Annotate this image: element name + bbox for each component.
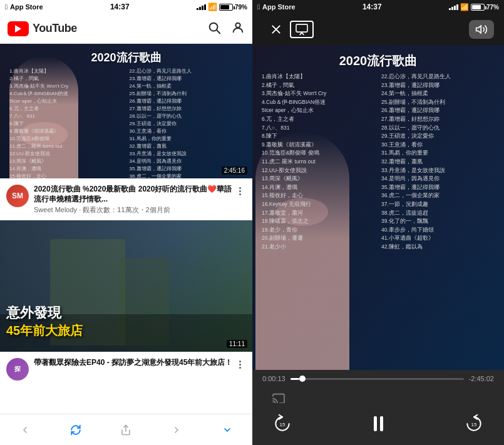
second-video-thumbnail[interactable]: 意外發現 45年前大旅店 11:11 <box>0 220 252 352</box>
share-button[interactable] <box>113 417 138 442</box>
second-video-avatar: 探 <box>6 358 29 381</box>
play-pause-button[interactable] <box>362 407 394 440</box>
battery-fill-right <box>472 5 481 9</box>
status-time-left: 14:37 <box>110 3 130 11</box>
airplay-button[interactable] <box>290 21 314 38</box>
player-controls: 0:00:13 -2:45:02 15 <box>252 370 504 445</box>
player-playlist: 1.曲肖冰【太陽】2.橘子，問氣3.周杰倫-姑不失 Won't Cry4.Cub… <box>262 73 495 251</box>
battery-fill-left <box>220 5 229 9</box>
channel-name: Sweet Melody <box>34 206 77 213</box>
svg-line-1 <box>217 30 220 33</box>
pause-icon <box>374 416 383 431</box>
current-time: 0:00:13 <box>262 375 285 382</box>
main-video-info: SM 2020流行歌曲 %2020最新歌曲 2020好听的流行歌曲❤️華語流行串… <box>0 178 252 220</box>
playlist-col-left: 1.曲肖冰【太陽】2.橘子，問氣3.周杰倫-姑不失 Won't Cry4.Cub… <box>9 68 123 178</box>
dot4 <box>239 361 241 362</box>
status-right-right: 📶 77% <box>449 3 499 11</box>
progress-row: 0:00:13 -2:45:02 <box>262 375 494 382</box>
header-icons <box>207 21 245 37</box>
search-button[interactable] <box>207 21 221 37</box>
pause-bar-2 <box>380 416 383 431</box>
progress-knob[interactable] <box>299 376 306 382</box>
youtube-icon <box>8 21 29 36</box>
dot2 <box>239 190 241 192</box>
second-video-meta: 帶著觀眾探險去EP40 - 探訪夢之湖意外發現45年前大旅店！ <box>34 358 234 369</box>
svg-text:15: 15 <box>471 422 477 427</box>
status-time-right: 14:37 <box>363 3 382 11</box>
playlist-overlay: 1.曲肖冰【太陽】2.橘子，問氣3.周杰倫-姑不失 Won't Cry4.Cub… <box>9 68 243 178</box>
battery-icon-left <box>219 4 233 11</box>
forward-button[interactable] <box>164 417 189 442</box>
dot5 <box>239 364 241 366</box>
close-icon <box>270 24 282 35</box>
main-video-avatar: SM <box>6 185 29 207</box>
down-button[interactable] <box>215 417 240 442</box>
svg-point-2 <box>235 23 240 27</box>
volume-button[interactable] <box>469 20 494 39</box>
playlist-left-text: 1.曲肖冰【太陽】2.橘子，問氣3.周杰倫-姑不失 Won't Cry4.Cub… <box>9 68 68 178</box>
status-bar-right:  App Store 14:37 📶 77% <box>252 0 504 14</box>
total-time: -2:45:02 <box>469 375 494 382</box>
left-panel:  App Store 14:37 📶 79% YouTube <box>0 0 252 445</box>
progress-fill <box>291 378 299 380</box>
second-video-title-bottom: 意外發現 45年前大旅店 <box>6 304 83 339</box>
main-video-title-overlay: 2020流行歌曲 <box>0 50 252 65</box>
svg-rect-4 <box>296 24 307 32</box>
skip-back-button[interactable]: 15 <box>269 410 296 437</box>
view-count-text: 觀看次數：11萬次・2個月前 <box>83 206 170 213</box>
second-video-more-button[interactable] <box>234 358 246 371</box>
signal-icon-right <box>449 4 458 10</box>
cast-row <box>262 387 494 407</box>
apple-icon:  <box>5 3 8 11</box>
dot1 <box>239 187 241 189</box>
main-video-more-button[interactable] <box>234 185 246 197</box>
player-video-title-text: 2020流行歌曲 <box>252 53 504 69</box>
svg-marker-5 <box>476 26 481 33</box>
progress-bar[interactable] <box>291 378 464 380</box>
apple-icon-right:  <box>257 3 260 11</box>
cast-button[interactable] <box>269 387 289 407</box>
second-video-title: 帶著觀眾探險去EP40 - 探訪夢之湖意外發現45年前大旅店！ <box>34 358 234 368</box>
player-header <box>252 14 504 45</box>
player-playlist-right: 22.忍心涉，再见只是路生人23.蕭增霸，遷記得我哪24.第一軌，抽框柔25.副… <box>381 73 495 251</box>
appstore-label-left: App Store <box>10 3 43 11</box>
battery-percent-right: 77% <box>486 4 499 11</box>
battery-icon-right <box>471 4 485 11</box>
main-video-meta: 2020流行歌曲 %2020最新歌曲 2020好听的流行歌曲❤️華語流行串燒精選… <box>34 185 234 215</box>
second-video-line1: 意外發現 <box>6 304 83 322</box>
youtube-header: YouTube <box>0 14 252 44</box>
youtube-wordmark: YouTube <box>33 22 77 35</box>
dot3 <box>239 193 241 195</box>
main-video-title: 2020流行歌曲 %2020最新歌曲 2020好听的流行歌曲❤️華語流行串燒精選… <box>34 185 234 204</box>
player-playlist-left-text: 1.曲肖冰【太陽】2.橘子，問氣3.周杰倫-姑不失 Won't Cry4.Cub… <box>262 73 326 250</box>
wifi-icon-left: 📶 <box>208 3 217 11</box>
status-left-appstore:  App Store <box>5 3 43 11</box>
close-player-button[interactable] <box>262 16 290 43</box>
main-video-thumbnail[interactable]: 2020流行歌曲 1.曲肖冰【太陽】2.橘子，問氣3.周杰倫-姑不失 Won't… <box>0 44 252 178</box>
skip-forward-icon: 15 <box>464 414 484 434</box>
second-video-line2: 45年前大旅店 <box>6 322 83 339</box>
second-video-info: 探 帶著觀眾探險去EP40 - 探訪夢之湖意外發現45年前大旅店！ <box>0 352 252 386</box>
signal-icon-left <box>197 4 206 10</box>
skip-forward-button[interactable]: 15 <box>460 410 488 437</box>
status-right-appstore:  App Store <box>257 3 296 11</box>
main-video-channel: Sweet Melody · 觀看次數：11萬次・2個月前 <box>34 205 234 215</box>
dot6 <box>239 367 241 369</box>
main-video-duration: 2:45:16 <box>222 166 247 175</box>
battery-percent-left: 79% <box>235 4 247 11</box>
playlist-col-right: 22.忍心涉，再见只是路生人23.蕭增霸，遷記得我哪24.第一軌，抽框柔25.副… <box>130 68 244 178</box>
status-bar-left:  App Store 14:37 📶 79% <box>0 0 252 14</box>
pause-bar-1 <box>374 416 377 431</box>
account-button[interactable] <box>231 21 245 37</box>
youtube-logo: YouTube <box>8 21 77 36</box>
playback-controls-row: 15 15 <box>262 407 494 440</box>
player-video-thumbnail[interactable]: 2020流行歌曲 1.曲肖冰【太陽】2.橘子，問氣3.周杰倫-姑不失 Won't… <box>252 45 504 370</box>
reload-button[interactable] <box>63 417 88 442</box>
player-playlist-right-text: 22.忍心涉，再见只是路生人23.蕭增霸，遷記得我哪24.第一軌，抽框柔25.副… <box>381 73 451 250</box>
playlist-right-text: 22.忍心涉，再见只是路生人23.蕭增霸，遷記得我哪24.第一軌，抽框柔25.副… <box>130 68 192 178</box>
skip-back-icon: 15 <box>272 414 292 434</box>
wifi-icon-right: 📶 <box>460 3 469 11</box>
appstore-label-right: App Store <box>262 3 296 11</box>
status-right-left: 📶 79% <box>197 3 247 11</box>
back-button[interactable] <box>13 417 38 442</box>
